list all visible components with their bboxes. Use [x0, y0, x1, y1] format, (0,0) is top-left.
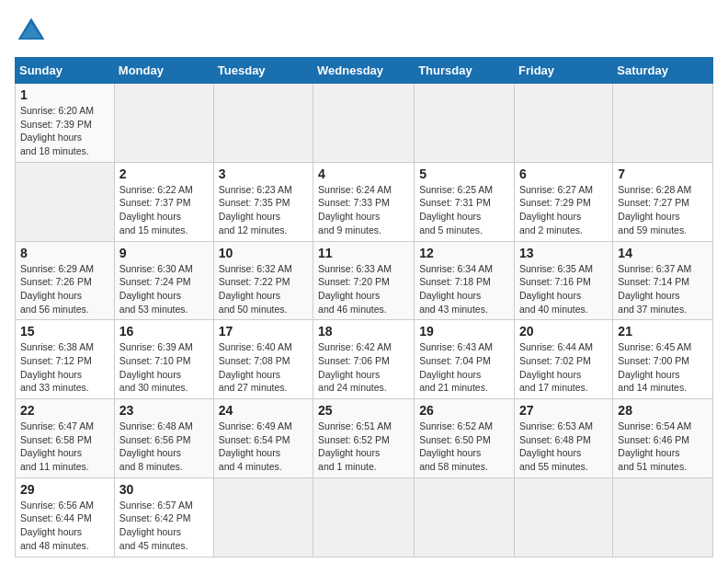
calendar-cell: 3Sunrise: 6:23 AMSunset: 7:35 PMDaylight…	[213, 162, 313, 241]
page-header	[15, 15, 713, 48]
day-info: Sunrise: 6:32 AMSunset: 7:22 PMDaylight …	[219, 262, 308, 316]
day-info: Sunrise: 6:25 AMSunset: 7:31 PMDaylight …	[419, 183, 509, 237]
day-info: Sunrise: 6:34 AMSunset: 7:18 PMDaylight …	[419, 262, 509, 316]
day-info: Sunrise: 6:22 AMSunset: 7:37 PMDaylight …	[119, 183, 209, 237]
day-number: 22	[20, 403, 109, 418]
calendar-week-2: 2Sunrise: 6:22 AMSunset: 7:37 PMDaylight…	[16, 162, 713, 241]
calendar-cell: 13Sunrise: 6:35 AMSunset: 7:16 PMDayligh…	[515, 241, 613, 320]
calendar-cell: 7Sunrise: 6:28 AMSunset: 7:27 PMDaylight…	[613, 162, 713, 241]
calendar-cell: 26Sunrise: 6:52 AMSunset: 6:50 PMDayligh…	[415, 399, 515, 478]
day-number: 20	[519, 324, 608, 339]
weekday-header-tuesday: Tuesday	[213, 58, 313, 84]
weekday-header-friday: Friday	[515, 58, 613, 84]
day-number: 10	[219, 246, 308, 260]
weekday-header-monday: Monday	[114, 58, 213, 84]
calendar-cell: 28Sunrise: 6:54 AMSunset: 6:46 PMDayligh…	[613, 399, 713, 478]
calendar-cell: 6Sunrise: 6:27 AMSunset: 7:29 PMDaylight…	[515, 162, 613, 241]
calendar-cell	[515, 84, 613, 163]
calendar-cell	[613, 84, 713, 163]
day-info: Sunrise: 6:49 AMSunset: 6:54 PMDaylight …	[219, 419, 308, 474]
day-number: 13	[519, 246, 608, 260]
calendar-cell: 20Sunrise: 6:44 AMSunset: 7:02 PMDayligh…	[515, 320, 613, 399]
calendar-cell	[313, 84, 415, 163]
calendar-cell: 8Sunrise: 6:29 AMSunset: 7:26 PMDaylight…	[16, 241, 115, 320]
day-info: Sunrise: 6:33 AMSunset: 7:20 PMDaylight …	[318, 262, 409, 316]
calendar-cell	[613, 477, 713, 557]
day-info: Sunrise: 6:52 AMSunset: 6:50 PMDaylight …	[419, 419, 509, 474]
calendar-cell: 11Sunrise: 6:33 AMSunset: 7:20 PMDayligh…	[313, 241, 415, 320]
day-info: Sunrise: 6:39 AMSunset: 7:10 PMDaylight …	[119, 340, 209, 395]
day-number: 26	[419, 403, 509, 418]
day-info: Sunrise: 6:23 AMSunset: 7:35 PMDaylight …	[219, 183, 308, 237]
day-number: 17	[219, 324, 308, 339]
calendar-week-6: 29Sunrise: 6:56 AMSunset: 6:44 PMDayligh…	[16, 477, 713, 557]
day-number: 24	[219, 403, 308, 418]
day-info: Sunrise: 6:20 AMSunset: 7:39 PMDaylight …	[20, 104, 109, 158]
day-number: 8	[20, 246, 109, 260]
day-number: 6	[519, 167, 608, 181]
weekday-header-wednesday: Wednesday	[313, 58, 415, 84]
calendar-cell: 16Sunrise: 6:39 AMSunset: 7:10 PMDayligh…	[114, 320, 213, 399]
day-info: Sunrise: 6:43 AMSunset: 7:04 PMDaylight …	[419, 340, 509, 395]
day-number: 19	[419, 324, 509, 339]
day-info: Sunrise: 6:30 AMSunset: 7:24 PMDaylight …	[119, 262, 209, 316]
day-number: 30	[119, 482, 209, 497]
calendar-cell: 24Sunrise: 6:49 AMSunset: 6:54 PMDayligh…	[213, 399, 313, 478]
calendar-cell	[114, 84, 213, 163]
day-info: Sunrise: 6:48 AMSunset: 6:56 PMDaylight …	[119, 419, 209, 474]
calendar-cell: 9Sunrise: 6:30 AMSunset: 7:24 PMDaylight…	[114, 241, 213, 320]
calendar-header-row: SundayMondayTuesdayWednesdayThursdayFrid…	[16, 58, 713, 84]
day-number: 12	[419, 246, 509, 260]
calendar-cell: 2Sunrise: 6:22 AMSunset: 7:37 PMDaylight…	[114, 162, 213, 241]
calendar-week-4: 15Sunrise: 6:38 AMSunset: 7:12 PMDayligh…	[16, 320, 713, 399]
calendar-table: SundayMondayTuesdayWednesdayThursdayFrid…	[15, 57, 713, 557]
logo-icon	[15, 15, 48, 48]
day-info: Sunrise: 6:42 AMSunset: 7:06 PMDaylight …	[318, 340, 409, 395]
day-info: Sunrise: 6:51 AMSunset: 6:52 PMDaylight …	[318, 419, 409, 474]
calendar-cell: 19Sunrise: 6:43 AMSunset: 7:04 PMDayligh…	[415, 320, 515, 399]
day-info: Sunrise: 6:27 AMSunset: 7:29 PMDaylight …	[519, 183, 608, 237]
calendar-cell: 15Sunrise: 6:38 AMSunset: 7:12 PMDayligh…	[16, 320, 115, 399]
calendar-cell: 12Sunrise: 6:34 AMSunset: 7:18 PMDayligh…	[415, 241, 515, 320]
day-number: 15	[20, 324, 109, 339]
day-number: 9	[119, 246, 209, 260]
calendar-cell	[213, 84, 313, 163]
day-info: Sunrise: 6:57 AMSunset: 6:42 PMDaylight …	[119, 499, 209, 553]
calendar-cell: 21Sunrise: 6:45 AMSunset: 7:00 PMDayligh…	[613, 320, 713, 399]
day-info: Sunrise: 6:40 AMSunset: 7:08 PMDaylight …	[219, 340, 308, 395]
day-info: Sunrise: 6:35 AMSunset: 7:16 PMDaylight …	[519, 262, 608, 316]
day-number: 1	[20, 87, 109, 102]
calendar-cell	[415, 84, 515, 163]
day-number: 29	[20, 482, 109, 497]
calendar-cell: 18Sunrise: 6:42 AMSunset: 7:06 PMDayligh…	[313, 320, 415, 399]
calendar-cell: 29Sunrise: 6:56 AMSunset: 6:44 PMDayligh…	[16, 477, 115, 557]
day-number: 21	[618, 324, 708, 339]
calendar-cell	[313, 477, 415, 557]
day-info: Sunrise: 6:44 AMSunset: 7:02 PMDaylight …	[519, 340, 608, 395]
calendar-cell: 25Sunrise: 6:51 AMSunset: 6:52 PMDayligh…	[313, 399, 415, 478]
day-number: 28	[618, 403, 708, 418]
day-number: 18	[318, 324, 409, 339]
day-number: 14	[618, 246, 708, 260]
day-number: 2	[119, 167, 209, 181]
day-number: 23	[119, 403, 209, 418]
day-info: Sunrise: 6:28 AMSunset: 7:27 PMDaylight …	[618, 183, 708, 237]
calendar-cell: 27Sunrise: 6:53 AMSunset: 6:48 PMDayligh…	[515, 399, 613, 478]
calendar-cell: 4Sunrise: 6:24 AMSunset: 7:33 PMDaylight…	[313, 162, 415, 241]
day-info: Sunrise: 6:47 AMSunset: 6:58 PMDaylight …	[20, 419, 109, 474]
calendar-cell: 5Sunrise: 6:25 AMSunset: 7:31 PMDaylight…	[415, 162, 515, 241]
calendar-week-5: 22Sunrise: 6:47 AMSunset: 6:58 PMDayligh…	[16, 399, 713, 478]
weekday-header-thursday: Thursday	[415, 58, 515, 84]
day-info: Sunrise: 6:24 AMSunset: 7:33 PMDaylight …	[318, 183, 409, 237]
day-number: 3	[219, 167, 308, 181]
calendar-cell	[515, 477, 613, 557]
calendar-cell	[415, 477, 515, 557]
calendar-cell: 17Sunrise: 6:40 AMSunset: 7:08 PMDayligh…	[213, 320, 313, 399]
calendar-cell: 22Sunrise: 6:47 AMSunset: 6:58 PMDayligh…	[16, 399, 115, 478]
day-number: 27	[519, 403, 608, 418]
calendar-cell: 10Sunrise: 6:32 AMSunset: 7:22 PMDayligh…	[213, 241, 313, 320]
calendar-week-3: 8Sunrise: 6:29 AMSunset: 7:26 PMDaylight…	[16, 241, 713, 320]
calendar-cell	[16, 162, 115, 241]
day-info: Sunrise: 6:38 AMSunset: 7:12 PMDaylight …	[20, 340, 109, 395]
day-number: 5	[419, 167, 509, 181]
